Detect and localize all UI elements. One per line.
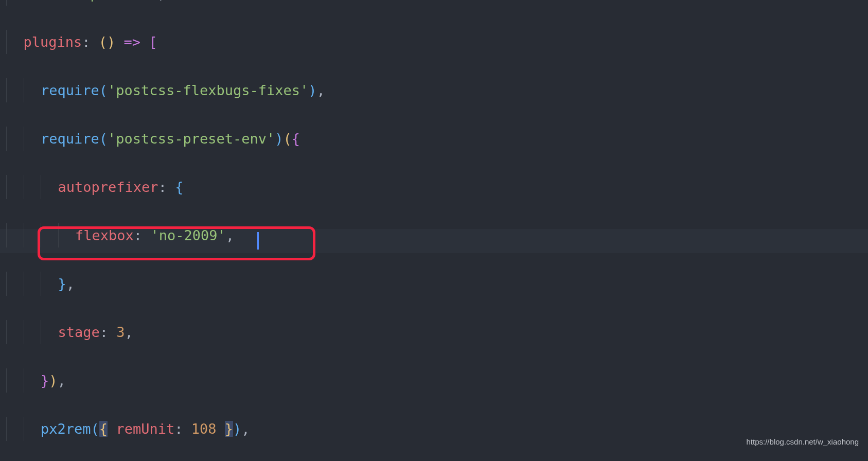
text-caret (257, 232, 259, 250)
code-line[interactable]: flexbox: 'no-2009', (6, 223, 693, 247)
code-block[interactable]: ident: 'postcss', plugins: () => [ requi… (6, 0, 693, 461)
code-line[interactable]: px2rem({ remUnit: 108 }), (6, 417, 693, 441)
code-line[interactable]: ident: 'postcss', (6, 0, 693, 6)
fn-px2rem: px2rem (41, 421, 91, 437)
fn-require: require (41, 131, 99, 147)
str-postcss: 'postcss' (82, 0, 157, 2)
prop-remunit: remUnit (116, 421, 174, 437)
code-editor[interactable]: ident: 'postcss', plugins: () => [ requi… (0, 0, 868, 461)
prop-stage: stage (58, 324, 100, 340)
prop-autoprefixer: autoprefixer (58, 179, 158, 195)
code-line[interactable]: stage: 3, (6, 320, 693, 344)
code-line[interactable]: require('postcss-preset-env')({ (6, 127, 693, 151)
num-108: 108 (191, 421, 217, 437)
str-no2009: 'no-2009' (150, 227, 225, 243)
code-line[interactable]: autoprefixer: { (6, 175, 693, 199)
code-line[interactable]: require('postcss-flexbugs-fixes'), (6, 78, 693, 102)
fn-require: require (41, 82, 99, 98)
prop-ident: ident (24, 0, 65, 2)
code-line[interactable]: }), (6, 368, 693, 393)
str-preset-env: 'postcss-preset-env' (108, 131, 275, 147)
prop-plugins: plugins (24, 34, 82, 50)
num-3: 3 (116, 324, 125, 340)
code-line[interactable]: plugins: () => [ (6, 30, 693, 54)
str-flexbugs: 'postcss-flexbugs-fixes' (108, 82, 308, 98)
code-line[interactable]: }, (6, 272, 693, 296)
watermark-text: https://blog.csdn.net/w_xiaohong (747, 430, 859, 454)
prop-flexbox: flexbox (75, 227, 134, 243)
